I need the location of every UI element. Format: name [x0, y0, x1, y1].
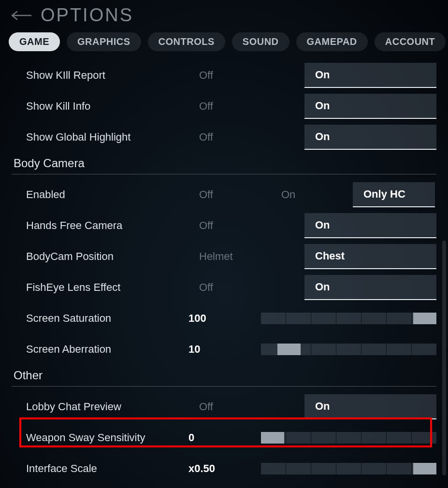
- label-weapon-sway-sensitivity: Weapon Sway Sensitivity: [26, 431, 188, 444]
- opt-kill-info-off[interactable]: Off: [188, 94, 304, 119]
- opt-fisheye-off[interactable]: Off: [188, 275, 304, 300]
- label-fisheye: FishEye Lens Effect: [26, 281, 188, 294]
- label-show-kill-report: Show KIll Report: [26, 69, 188, 82]
- tab-game[interactable]: GAME: [9, 32, 60, 51]
- slider-screen-saturation[interactable]: [261, 313, 436, 324]
- page-title: OPTIONS: [41, 5, 133, 26]
- opt-bodycam-helmet[interactable]: Helmet: [188, 244, 304, 269]
- tab-gamepad[interactable]: GAMEPAD: [296, 32, 368, 51]
- row-enabled: Enabled Off On Only HC: [12, 179, 436, 210]
- tab-graphics[interactable]: GRAPHICS: [67, 32, 141, 51]
- opt-enabled-off[interactable]: Off: [188, 182, 271, 207]
- section-body-camera: Body Camera: [12, 155, 436, 174]
- tab-sound[interactable]: SOUND: [232, 32, 289, 51]
- opt-kill-report-on[interactable]: On: [304, 63, 436, 88]
- row-bodycam-position: BodyCam Position Helmet Chest: [12, 241, 436, 272]
- label-enabled: Enabled: [26, 188, 188, 201]
- back-arrow-icon[interactable]: [10, 8, 32, 23]
- tabs-bar: GAME GRAPHICS CONTROLS SOUND GAMEPAD ACC…: [0, 26, 448, 60]
- value-interface-scale: x0.50: [188, 462, 261, 475]
- opt-lobby-chat-on[interactable]: On: [304, 394, 436, 419]
- opt-global-hl-on[interactable]: On: [304, 125, 436, 150]
- row-interface-scale: Interface Scale x0.50: [12, 453, 436, 484]
- opt-global-hl-off[interactable]: Off: [188, 125, 304, 150]
- label-show-global-highlight: Show Global Highlight: [26, 131, 188, 144]
- slider-interface-scale[interactable]: [261, 463, 436, 474]
- opt-hands-free-on[interactable]: On: [304, 213, 436, 238]
- tab-controls[interactable]: CONTROLS: [148, 32, 225, 51]
- row-lobby-chat-preview: Lobby Chat Preview Off On: [12, 391, 436, 422]
- label-bodycam-position: BodyCam Position: [26, 250, 188, 263]
- label-screen-saturation: Screen Saturation: [26, 312, 188, 325]
- opt-enabled-only-hc[interactable]: Only HC: [353, 182, 435, 207]
- row-fisheye: FishEye Lens Effect Off On: [12, 272, 436, 303]
- opt-fisheye-on[interactable]: On: [304, 275, 436, 300]
- scrollbar[interactable]: [442, 241, 446, 475]
- tab-account[interactable]: ACCOUNT: [375, 32, 446, 51]
- opt-bodycam-chest[interactable]: Chest: [304, 244, 436, 269]
- opt-kill-info-on[interactable]: On: [304, 94, 436, 119]
- label-lobby-chat-preview: Lobby Chat Preview: [26, 401, 188, 413]
- opt-lobby-chat-off[interactable]: Off: [188, 394, 304, 419]
- row-show-global-highlight: Show Global Highlight Off On: [12, 122, 436, 153]
- section-other: Other: [12, 367, 436, 387]
- slider-weapon-sway-sensitivity[interactable]: [261, 432, 436, 444]
- row-screen-saturation: Screen Saturation 100: [12, 303, 436, 334]
- opt-hands-free-off[interactable]: Off: [188, 213, 304, 238]
- row-show-kill-info: Show Kill Info Off On: [12, 91, 436, 122]
- row-weapon-sway-sensitivity: Weapon Sway Sensitivity 0: [12, 422, 436, 453]
- label-show-kill-info: Show Kill Info: [26, 100, 188, 113]
- label-screen-aberration: Screen Aberration: [26, 343, 188, 356]
- opt-kill-report-off[interactable]: Off: [188, 63, 304, 88]
- opt-enabled-on[interactable]: On: [271, 182, 353, 207]
- label-hands-free-camera: Hands Free Camera: [26, 219, 188, 232]
- options-panel: Show KIll Report Off On Show Kill Info O…: [0, 60, 448, 484]
- label-interface-scale: Interface Scale: [26, 462, 188, 475]
- row-hands-free-camera: Hands Free Camera Off On: [12, 210, 436, 241]
- row-screen-aberration: Screen Aberration 10: [12, 334, 436, 365]
- value-screen-aberration: 10: [188, 343, 261, 356]
- row-show-kill-report: Show KIll Report Off On: [12, 60, 436, 91]
- value-weapon-sway-sensitivity: 0: [188, 431, 261, 444]
- value-screen-saturation: 100: [188, 312, 261, 325]
- slider-screen-aberration[interactable]: [261, 344, 436, 355]
